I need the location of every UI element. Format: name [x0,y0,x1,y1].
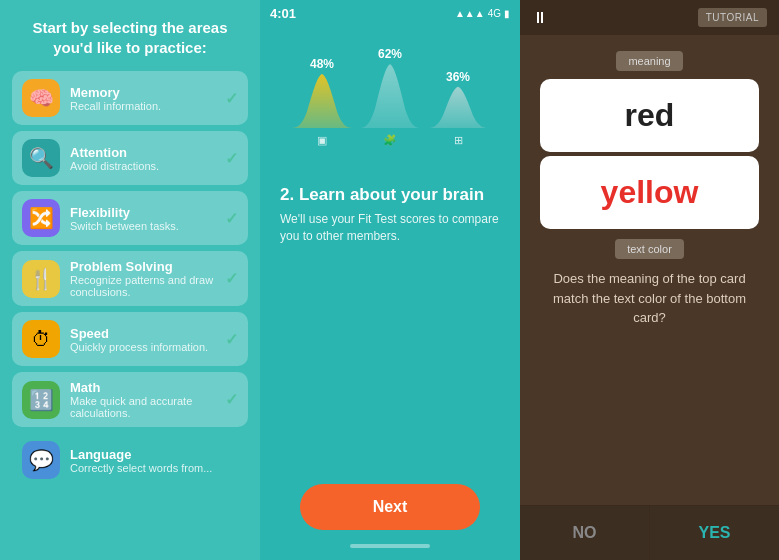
panel-game: ⏸ TUTORIAL meaning red yellow text color… [520,0,779,560]
network-label: 4G [488,8,501,19]
category-text: Flexibility Switch between tasks. [70,205,225,232]
pause-icon[interactable]: ⏸ [532,9,548,27]
meaning-label: meaning [616,51,682,71]
bar-icon: 🧩 [383,134,397,147]
chart-bars: 48% ▣ 62% [280,47,500,147]
text-color-label: text color [615,239,684,259]
panel1-title: Start by selecting the areas you'd like … [12,18,248,57]
category-name: Problem Solving [70,259,225,274]
next-button[interactable]: Next [300,484,480,530]
check-icon: ✓ [225,269,238,288]
section-desc: We'll use your Fit Test scores to compar… [260,205,520,251]
category-text: Attention Avoid distractions. [70,145,225,172]
category-text: Speed Quickly process information. [70,326,225,353]
category-item-math[interactable]: 🔢 Math Make quick and accurate calculati… [12,372,248,427]
category-name: Attention [70,145,225,160]
battery-icon: ▮ [504,8,510,19]
category-icon: 💬 [22,441,60,479]
category-icon: 🧠 [22,79,60,117]
category-desc: Recognize patterns and draw conclusions. [70,274,225,298]
panel-brain-info: 4:01 ▲▲▲ 4G ▮ 48% ▣ [260,0,520,560]
bar-group-1: 62% 🧩 [360,47,420,147]
top-word-card: red [540,79,759,152]
bar-icon: ⊞ [454,134,463,147]
bell-curve [428,86,488,128]
status-icons: ▲▲▲ 4G ▮ [455,8,510,19]
signal-icon: ▲▲▲ [455,8,485,19]
category-text: Memory Recall information. [70,85,225,112]
check-icon: ✓ [225,149,238,168]
status-bar: 4:01 ▲▲▲ 4G ▮ [260,0,520,27]
category-name: Speed [70,326,225,341]
game-topbar: ⏸ TUTORIAL [520,0,779,35]
category-icon: 🔍 [22,139,60,177]
category-icon: 🍴 [22,260,60,298]
status-time: 4:01 [270,6,296,21]
section-number: 2. Learn about your brain [260,185,484,205]
bar-percentage: 62% [378,47,402,61]
category-icon: ⏱ [22,320,60,358]
progress-indicator [350,544,430,548]
category-desc: Switch between tasks. [70,220,225,232]
bar-group-2: 36% ⊞ [428,70,488,147]
bar-icon: ▣ [317,134,327,147]
check-icon: ✓ [225,390,238,409]
category-item-problem-solving[interactable]: 🍴 Problem Solving Recognize patterns and… [12,251,248,306]
bell-curve [360,63,420,128]
category-desc: Make quick and accurate calculations. [70,395,225,419]
categories-list: 🧠 Memory Recall information. ✓ 🔍 Attenti… [12,71,248,493]
category-item-flexibility[interactable]: 🔀 Flexibility Switch between tasks. ✓ [12,191,248,245]
category-name: Memory [70,85,225,100]
no-button[interactable]: NO [520,506,650,560]
category-desc: Correctly select words from... [70,462,238,474]
bar-percentage: 48% [310,57,334,71]
game-answer-bar: NO YES [520,505,779,560]
bottom-word-card: yellow [540,156,759,229]
category-text: Problem Solving Recognize patterns and d… [70,259,225,298]
category-item-memory[interactable]: 🧠 Memory Recall information. ✓ [12,71,248,125]
category-desc: Recall information. [70,100,225,112]
bar-percentage: 36% [446,70,470,84]
category-text: Math Make quick and accurate calculation… [70,380,225,419]
bell-curve [292,73,352,128]
category-item-attention[interactable]: 🔍 Attention Avoid distractions. ✓ [12,131,248,185]
check-icon: ✓ [225,209,238,228]
game-content: meaning red yellow text color Does the m… [520,35,779,505]
category-name: Flexibility [70,205,225,220]
yes-button[interactable]: YES [650,506,779,560]
top-word-text: red [625,97,675,134]
category-icon: 🔢 [22,381,60,419]
bottom-word-text: yellow [601,174,699,211]
question-text: Does the meaning of the top card match t… [540,269,759,328]
category-name: Math [70,380,225,395]
check-icon: ✓ [225,330,238,349]
panel-practice-selection: Start by selecting the areas you'd like … [0,0,260,560]
category-icon: 🔀 [22,199,60,237]
category-name: Language [70,447,238,462]
category-item-speed[interactable]: ⏱ Speed Quickly process information. ✓ [12,312,248,366]
tutorial-button[interactable]: TUTORIAL [698,8,767,27]
check-icon: ✓ [225,89,238,108]
category-item-language[interactable]: 💬 Language Correctly select words from..… [12,433,248,487]
bar-group-0: 48% ▣ [292,57,352,147]
category-desc: Avoid distractions. [70,160,225,172]
category-desc: Quickly process information. [70,341,225,353]
chart-area: 48% ▣ 62% [260,27,520,165]
category-text: Language Correctly select words from... [70,447,238,474]
